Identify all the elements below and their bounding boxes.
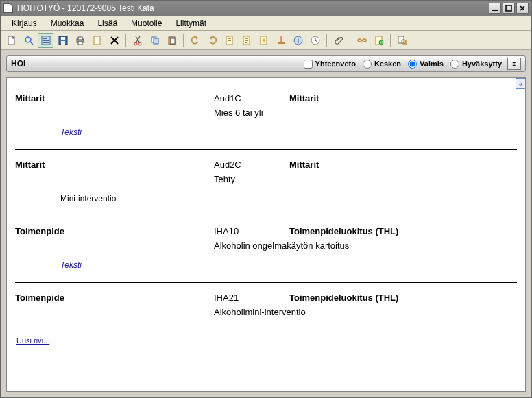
toolbar-separator [125, 34, 126, 47]
entry-classification: Mittarit [289, 93, 517, 103]
entry-row: Toimenpide IHA10 Toimenpideluokitus (THL… [15, 216, 517, 283]
svg-rect-28 [245, 42, 247, 43]
doc-a-button[interactable] [221, 33, 237, 48]
menu-muotoile[interactable]: Muotoile [124, 16, 169, 30]
entry-code: IHA10 [214, 226, 289, 236]
entry-label: Mittarit [15, 93, 214, 103]
toolbar-separator [326, 34, 327, 47]
svg-rect-24 [228, 40, 231, 41]
document-icon [3, 3, 13, 13]
svg-rect-5 [43, 38, 47, 39]
attach-button[interactable] [330, 33, 346, 48]
toolbar-separator [183, 34, 184, 47]
cut-button[interactable] [130, 33, 145, 48]
svg-rect-6 [43, 40, 49, 41]
new-row-link[interactable]: Uusi rivi... [15, 332, 517, 349]
entry-label: Mittarit [15, 160, 214, 170]
entry-row: Mittarit Aud1C Mittarit Mies 6 tai yli T… [15, 84, 517, 150]
entry-note-link[interactable]: Teksti [15, 127, 517, 137]
status-dropdown-button[interactable] [507, 58, 521, 70]
menu-lisaa[interactable]: Lisää [90, 16, 124, 30]
print-button[interactable] [72, 33, 88, 48]
menu-muokkaa[interactable]: Muokkaa [44, 16, 91, 30]
menu-bar: Kirjaus Muokkaa Lisää Muotoile Liittymät [1, 16, 531, 31]
redo-button[interactable] [204, 33, 220, 48]
entry-code: IHA21 [214, 293, 289, 303]
svg-rect-12 [78, 37, 82, 40]
entry-note-text: Mini-interventio [15, 194, 517, 203]
status-kesken-label[interactable]: Kesken [363, 60, 401, 69]
status-hyvaksytty-label[interactable]: Hyväksytty [450, 60, 502, 69]
form-button[interactable] [38, 33, 53, 48]
expand-side-tab[interactable]: « [516, 78, 525, 89]
content-scroll[interactable]: Mittarit Aud1C Mittarit Mies 6 tai yli T… [7, 78, 525, 391]
toolbar-separator [350, 34, 350, 47]
maximize-button[interactable] [503, 3, 515, 14]
svg-rect-7 [43, 42, 49, 43]
copy-button[interactable] [147, 33, 162, 48]
paste-button[interactable] [164, 33, 180, 48]
page-button[interactable] [89, 33, 105, 48]
toolbar: i [1, 31, 531, 50]
status-bar: HOI Yhteenveto Kesken Valmis Hyväksytty [6, 55, 526, 72]
stamp-button[interactable] [273, 33, 289, 48]
menu-kirjaus[interactable]: Kirjaus [5, 16, 44, 30]
entry-description: Mies 6 tai yli [214, 108, 517, 118]
svg-rect-9 [61, 37, 65, 40]
status-bar-wrap: HOI Yhteenveto Kesken Valmis Hyväksytty [1, 50, 531, 72]
svg-rect-38 [361, 40, 363, 41]
svg-rect-13 [78, 42, 82, 45]
doc-star-button[interactable] [256, 33, 271, 48]
undo-button[interactable] [187, 33, 203, 48]
svg-rect-27 [245, 40, 248, 41]
doc-c-button[interactable] [371, 33, 387, 48]
doc-b-button[interactable] [239, 33, 254, 48]
svg-point-3 [25, 37, 31, 42]
new-doc-button[interactable] [3, 33, 19, 48]
delete-button[interactable] [106, 33, 122, 48]
entry-classification: Toimenpideluokitus (THL) [289, 226, 517, 236]
svg-rect-23 [228, 38, 231, 39]
entry-classification: Mittarit [289, 160, 517, 170]
status-valmis-label[interactable]: Valmis [408, 60, 444, 69]
content-panel: « Mittarit Aud1C Mittarit Mies 6 tai yli… [6, 77, 526, 392]
svg-rect-30 [278, 42, 285, 44]
svg-rect-21 [170, 36, 173, 38]
svg-rect-20 [171, 38, 175, 44]
summary-checkbox-label[interactable]: Yhteenveto [304, 60, 356, 69]
svg-rect-1 [506, 5, 511, 11]
window-title: HOITOTYÖ - 120172-9005 Testi Kata [17, 3, 487, 13]
link-button[interactable] [354, 33, 370, 48]
entry-label: Toimenpide [15, 293, 214, 303]
svg-text:i: i [297, 37, 299, 45]
content-outer: « Mittarit Aud1C Mittarit Mies 6 tai yli… [1, 72, 531, 397]
entry-row: Mittarit Aud2C Mittarit Tehty Mini-inter… [15, 150, 517, 216]
title-bar: HOITOTYÖ - 120172-9005 Testi Kata [1, 1, 531, 16]
svg-point-40 [379, 40, 383, 45]
entry-description: Alkoholin ongelmakäytön kartoitus [214, 240, 517, 251]
clock-button[interactable] [307, 33, 323, 48]
info-button[interactable]: i [290, 33, 306, 48]
app-window: HOITOTYÖ - 120172-9005 Testi Kata Kirjau… [0, 0, 532, 398]
menu-liittymat[interactable]: Liittymät [169, 16, 213, 30]
status-hyvaksytty-radio[interactable] [450, 60, 459, 69]
save-button[interactable] [55, 33, 71, 48]
preview-button[interactable] [394, 33, 410, 48]
toolbar-separator [390, 34, 391, 47]
entry-description: Alkoholimini-interventio [214, 307, 517, 317]
entry-label: Toimenpide [15, 226, 214, 236]
search-button[interactable] [21, 33, 36, 48]
entry-note-link[interactable]: Teksti [15, 260, 517, 270]
entry-code: Aud1C [214, 93, 289, 103]
minimize-button[interactable] [489, 3, 501, 14]
svg-rect-14 [94, 36, 100, 45]
svg-rect-18 [154, 38, 158, 44]
entry-classification: Toimenpideluokitus (THL) [289, 293, 517, 303]
status-valmis-radio[interactable] [408, 60, 417, 69]
svg-rect-26 [245, 38, 248, 39]
status-kesken-radio[interactable] [363, 60, 372, 69]
close-button[interactable] [516, 3, 529, 14]
summary-checkbox[interactable] [304, 60, 313, 69]
section-label: HOI [11, 59, 297, 69]
svg-rect-0 [492, 10, 498, 11]
